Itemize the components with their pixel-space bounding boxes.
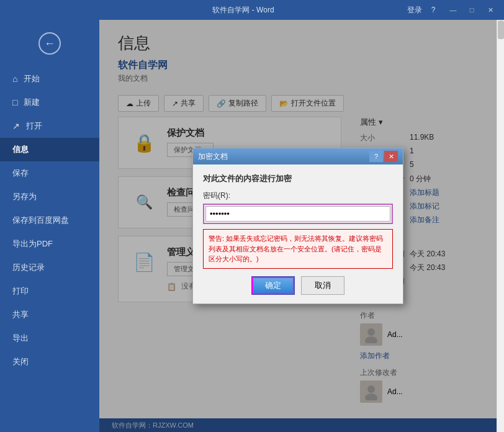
new-icon: □: [12, 97, 17, 107]
dialog-controls: ? ✕: [369, 151, 398, 162]
sidebar-item-share[interactable]: 共享: [0, 303, 99, 326]
open-icon: ↗: [12, 121, 20, 131]
dialog-close-button[interactable]: ✕: [384, 151, 398, 162]
sidebar-label-new: 新建: [24, 97, 40, 108]
dialog-description: 对此文件的内容进行加密: [203, 173, 393, 184]
sidebar-item-export-pdf[interactable]: 导出为PDF: [0, 232, 99, 256]
close-button[interactable]: ✕: [482, 4, 499, 16]
sidebar-label-save: 保存: [12, 168, 29, 179]
dialog-title: 加密文档: [198, 151, 228, 162]
sidebar-label-info: 信息: [12, 144, 29, 155]
sidebar-label-savebai: 保存到百度网盘: [12, 215, 69, 226]
dialog-help-button[interactable]: ?: [369, 151, 383, 162]
dialog-buttons: 确定 取消: [203, 276, 393, 295]
help-button[interactable]: ?: [427, 6, 439, 14]
password-label: 密码(R):: [203, 191, 393, 201]
sidebar-label-close: 关闭: [12, 356, 29, 367]
sidebar-label-start: 开始: [24, 73, 40, 84]
minimize-button[interactable]: —: [444, 4, 462, 16]
sidebar-item-new[interactable]: □ 新建: [0, 91, 99, 114]
sidebar-item-open[interactable]: ↗ 打开: [0, 114, 99, 138]
sidebar-item-info[interactable]: 信息: [0, 138, 99, 161]
scrollbar[interactable]: [497, 20, 504, 432]
back-button[interactable]: ←: [0, 25, 99, 62]
sidebar-label-print: 打印: [12, 286, 29, 297]
confirm-button[interactable]: 确定: [251, 276, 295, 295]
titlebar-title: 软件自学网 - Word: [79, 5, 407, 16]
sidebar-item-save[interactable]: 保存: [0, 161, 99, 185]
sidebar-item-savebai[interactable]: 保存到百度网盘: [0, 209, 99, 232]
dialog-body: 对此文件的内容进行加密 密码(R): 警告: 如果丢失或忘记密码，则无法将其恢复…: [193, 164, 403, 304]
restore-button[interactable]: □: [463, 4, 480, 16]
home-icon: ⌂: [12, 74, 17, 84]
titlebar: 软件自学网 - Word 登录 ? — □ ✕: [0, 0, 504, 20]
sidebar-label-export-pdf: 导出为PDF: [12, 238, 53, 250]
dialog-overlay: 加密文档 ? ✕ 对此文件的内容进行加密 密码(R): 警告: 如果丢失或忘记密…: [99, 20, 497, 432]
sidebar-item-start[interactable]: ⌂ 开始: [0, 67, 99, 91]
sidebar-item-print[interactable]: 打印: [0, 279, 99, 303]
sidebar-item-history[interactable]: 历史记录: [0, 256, 99, 279]
dialog-warning: 警告: 如果丢失或忘记密码，则无法将其恢复。建议将密码列表及其相应文档名放在一个…: [203, 229, 393, 269]
back-icon: ←: [38, 32, 61, 55]
login-button[interactable]: 登录: [407, 5, 422, 16]
sidebar-nav: ⌂ 开始 □ 新建 ↗ 打开 信息 保存 另存为 保存到百度网盘: [0, 67, 99, 374]
sidebar-item-close[interactable]: 关闭: [0, 350, 99, 374]
dialog-titlebar: 加密文档 ? ✕: [193, 148, 403, 164]
encrypt-dialog: 加密文档 ? ✕ 对此文件的内容进行加密 密码(R): 警告: 如果丢失或忘记密…: [192, 148, 403, 304]
sidebar-label-saveas: 另存为: [12, 191, 37, 202]
sidebar-label-history: 历史记录: [12, 262, 45, 273]
sidebar-label-open: 打开: [26, 120, 42, 132]
sidebar: ← ⌂ 开始 □ 新建 ↗ 打开 信息 保存 另存为: [0, 20, 99, 432]
sidebar-item-exportout[interactable]: 导出: [0, 326, 99, 350]
sidebar-label-share: 共享: [12, 309, 29, 320]
password-input[interactable]: [205, 206, 390, 222]
sidebar-label-exportout: 导出: [12, 333, 29, 344]
sidebar-item-saveas[interactable]: 另存为: [0, 185, 99, 209]
scrollbar-thumb[interactable]: [498, 20, 504, 39]
password-input-wrap: [203, 204, 393, 224]
content-area: 信息 软件自学网 我的文档 ☁ 上传 ↗ 共享 🔗 复制路径 📂 打开文件位置: [99, 20, 497, 432]
cancel-button[interactable]: 取消: [301, 276, 344, 295]
